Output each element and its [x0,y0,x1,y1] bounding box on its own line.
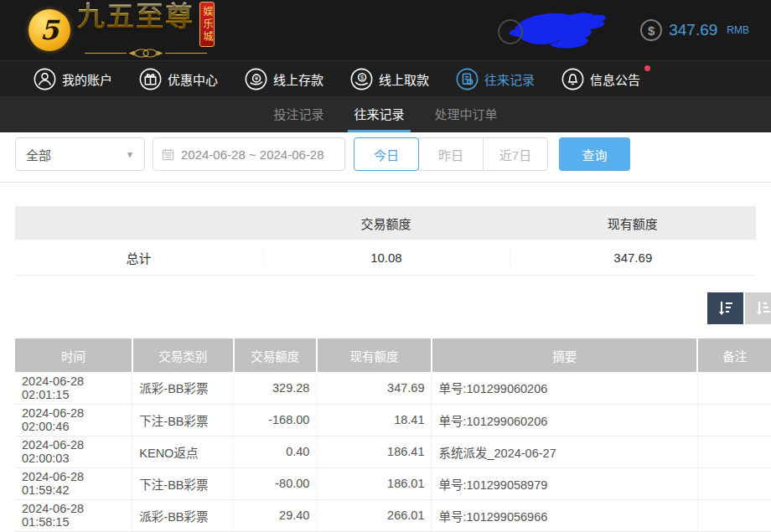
cell-time: 2024-06-28 01:58:15 [15,499,132,531]
transaction-table: 时间 交易类别 交易额度 现有额度 摘要 备注 2024-06-28 02:01… [15,338,771,532]
cell-note [697,499,771,531]
table-header-row: 时间 交易类别 交易额度 现有额度 摘要 备注 [15,338,771,372]
summary-table: 交易额度 现有额度 总计 10.08 347.69 [15,206,756,276]
cell-summary: 系统派发_2024-06-27 [432,436,698,467]
bell-icon [561,68,584,90]
nav-label: 我的账户 [62,70,112,88]
cell-time: 2024-06-28 02:00:46 [15,404,132,436]
cell-current-amount: 266.01 [317,499,432,531]
redacted-username [503,6,629,54]
cell-current-amount: 186.01 [317,467,432,499]
nav-label: 往来记录 [484,70,535,88]
nav-item-transaction-records[interactable]: 往来记录 [456,68,540,90]
cell-time: 2024-06-28 02:00:03 [15,436,132,467]
table-row: 2024-06-28 01:58:15 派彩-BB彩票 29.40 266.01… [15,499,771,531]
col-header-type: 交易类别 [132,338,234,372]
table-row: 2024-06-28 02:01:15 派彩-BB彩票 329.28 347.6… [15,372,771,404]
sort-ascending-button[interactable] [745,292,771,324]
cell-type: 派彩-BB彩票 [132,499,234,531]
notification-dot [644,65,650,71]
cell-trade-amount: -168.00 [234,404,317,436]
logo-title: 九五至尊 [77,2,194,32]
table-row: 2024-06-28 02:00:46 下注-BB彩票 -168.00 18.4… [15,404,771,436]
logo-badge-icon: 5 [28,9,70,51]
tab-betting-records[interactable]: 投注记录 [271,96,326,132]
cell-type: 下注-BB彩票 [132,467,234,499]
cell-current-amount: 18.41 [317,404,432,436]
cell-type: 派彩-BB彩票 [132,372,234,404]
cell-current-amount: 186.41 [317,436,432,467]
cell-summary: 单号:101299060206 [432,372,698,404]
summary-total-label: 总计 [15,249,262,266]
main-navigation: 我的账户 优惠中心 ¥ 线上存款 $ 线上取款 往来记录 [0,60,771,96]
cell-note [697,372,771,404]
user-avatar-circle-icon [498,19,523,44]
tab-transaction-records[interactable]: 往来记录 [351,96,406,132]
cell-trade-amount: -80.00 [234,467,317,499]
site-logo[interactable]: 5 九五至尊 娱乐城 [28,2,215,59]
nav-label: 信息公告 [590,70,640,88]
cell-trade-amount: 0.40 [234,436,317,467]
cell-trade-amount: 29.40 [234,499,317,531]
summary-header-row: 交易额度 现有额度 [15,206,756,240]
nav-item-online-withdrawal[interactable]: $ 线上取款 [350,68,434,90]
balance-currency: RMB [727,24,749,36]
cell-note [697,436,771,467]
logo-subtitle: 娱乐城 [199,2,215,47]
withdraw-icon: $ [350,68,373,90]
col-header-note: 备注 [697,338,771,372]
summary-total-row: 总计 10.08 347.69 [15,240,756,276]
category-select[interactable]: 全部 ▼ [15,137,145,171]
sort-desc-icon [717,299,735,318]
cell-summary: 单号:101299058979 [432,467,698,499]
nav-item-my-account[interactable]: 我的账户 [34,68,117,90]
cell-note [697,404,771,436]
table-row: 2024-06-28 02:00:03 KENO返点 0.40 186.41 系… [15,436,771,467]
col-header-time: 时间 [15,338,132,372]
date-range-input[interactable]: 2024-06-28 ~ 2024-06-28 [153,137,345,171]
caret-down-icon: ▼ [126,150,134,159]
account-balance: $ 347.69 RMB [640,19,749,41]
record-subtabs: 投注记录 往来记录 处理中订单 [0,96,771,132]
quick-btn-today[interactable]: 今日 [354,137,419,171]
nav-label: 线上取款 [379,70,429,88]
cell-type: KENO返点 [132,436,234,467]
sort-descending-button[interactable] [707,292,743,324]
user-icon [34,68,56,90]
cell-time: 2024-06-28 01:59:42 [15,467,132,499]
logo-flourish-icon [83,48,209,59]
category-select-value: 全部 [26,146,51,163]
top-header: 5 九五至尊 娱乐城 [0,0,771,60]
cell-summary: 单号:101299060206 [432,404,698,436]
filter-bar: 全部 ▼ 2024-06-28 ~ 2024-06-28 今日 昨日 近7日 查… [15,137,756,171]
query-button[interactable]: 查询 [559,137,630,171]
svg-text:$: $ [360,73,364,80]
quick-date-group: 今日 昨日 近7日 [354,137,548,171]
col-header-summary: 摘要 [432,338,698,372]
gift-icon [139,68,162,90]
cell-current-amount: 347.69 [317,372,432,404]
quick-btn-yesterday[interactable]: 昨日 [418,137,484,171]
col-header-trade-amount: 交易额度 [234,338,317,372]
quick-btn-last7days[interactable]: 近7日 [483,137,548,171]
table-row: 2024-06-28 01:59:42 下注-BB彩票 -80.00 186.0… [15,467,771,499]
cell-time: 2024-06-28 02:01:15 [15,372,132,404]
records-icon [456,68,479,90]
calendar-icon [162,148,174,161]
balance-amount: 347.69 [669,21,717,39]
summary-header-trade: 交易额度 [262,214,509,232]
sort-asc-icon [754,299,771,318]
nav-item-promotions[interactable]: 优惠中心 [139,68,223,90]
cell-note [697,467,771,499]
nav-label: 线上存款 [273,70,323,88]
cell-trade-amount: 329.28 [234,372,317,404]
cell-summary: 单号:101299056966 [432,499,698,531]
nav-item-announcements[interactable]: 信息公告 [561,68,645,90]
summary-header-current: 现有额度 [510,214,756,232]
col-header-current-amount: 现有额度 [317,338,432,372]
nav-item-online-deposit[interactable]: ¥ 线上存款 [245,68,329,90]
tab-pending-orders[interactable]: 处理中订单 [432,96,500,132]
cell-type: 下注-BB彩票 [132,404,234,436]
nav-label: 优惠中心 [168,70,218,88]
section-divider [0,182,771,183]
